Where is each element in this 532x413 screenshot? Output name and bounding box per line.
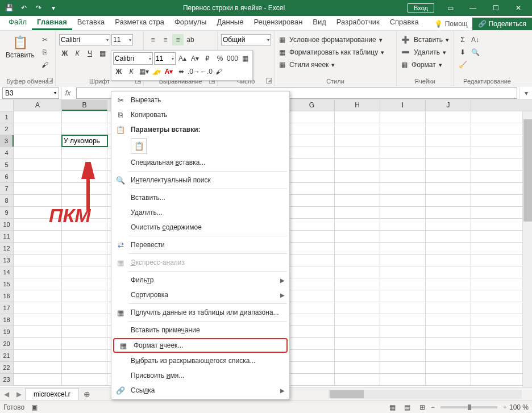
add-sheet-icon[interactable]: ⊕	[79, 390, 95, 399]
cell[interactable]	[335, 302, 380, 314]
cell[interactable]	[426, 326, 471, 337]
align-middle-icon[interactable]: ≡	[160, 34, 171, 45]
cell[interactable]	[289, 231, 335, 242]
cell[interactable]	[335, 207, 380, 218]
row-header[interactable]: 4	[0, 147, 14, 158]
cell[interactable]	[380, 159, 426, 170]
align-bottom-icon[interactable]: ≡	[172, 34, 184, 45]
cell[interactable]	[14, 326, 62, 337]
row-header[interactable]: 6	[0, 171, 14, 182]
cell[interactable]	[380, 302, 426, 314]
cut-icon[interactable]: ✂	[39, 34, 51, 45]
ctx-get-data[interactable]: ▦Получить данные из таблицы или диапазон…	[111, 305, 289, 320]
share-button[interactable]: 🔗Поделиться	[472, 18, 532, 30]
cell[interactable]	[14, 290, 62, 302]
cell[interactable]	[14, 302, 62, 314]
cell[interactable]	[426, 159, 471, 170]
cell[interactable]	[14, 123, 62, 135]
mini-size-combo[interactable]: 11▾	[154, 52, 176, 65]
row-header[interactable]: 16	[0, 290, 14, 302]
cell[interactable]	[335, 195, 380, 206]
cell[interactable]	[335, 171, 380, 182]
cell[interactable]	[62, 266, 107, 278]
row-header[interactable]: 1	[0, 111, 14, 123]
wrap-text-icon[interactable]: ab	[185, 34, 196, 45]
clipboard-dialog-icon[interactable]: ◢	[47, 78, 53, 84]
row-header[interactable]: 20	[0, 338, 14, 349]
cell[interactable]	[14, 362, 62, 373]
cell[interactable]	[380, 278, 426, 290]
cell[interactable]	[380, 219, 426, 230]
col-header-g[interactable]: G	[289, 100, 335, 111]
cell[interactable]	[335, 314, 380, 326]
maximize-icon[interactable]: ☐	[484, 0, 507, 16]
cell[interactable]	[335, 135, 380, 147]
bold-icon[interactable]: Ж	[59, 48, 70, 59]
cell[interactable]	[14, 147, 62, 158]
cell[interactable]	[335, 255, 380, 266]
ctx-translate[interactable]: ⇄Перевести	[111, 237, 289, 252]
cell[interactable]	[289, 171, 335, 182]
name-box[interactable]: B3▾	[2, 87, 59, 99]
cell[interactable]	[14, 159, 62, 170]
cell[interactable]	[289, 123, 335, 135]
number-dialog-icon[interactable]: ◢	[266, 78, 272, 84]
paste-default-button[interactable]: 📋	[131, 138, 147, 154]
cell[interactable]	[380, 123, 426, 135]
cell[interactable]	[380, 147, 426, 158]
cell[interactable]	[426, 207, 471, 218]
cell[interactable]	[62, 231, 107, 242]
mini-font-combo[interactable]: Calibri▾	[113, 52, 153, 65]
cell[interactable]	[62, 350, 107, 361]
sheet-tab[interactable]: microexcel.r	[25, 388, 79, 400]
font-size-combo[interactable]: 11▾	[111, 34, 133, 45]
cell[interactable]	[380, 135, 426, 147]
cell[interactable]	[380, 338, 426, 349]
cell[interactable]	[380, 266, 426, 278]
cell[interactable]	[289, 290, 335, 302]
cell[interactable]	[289, 255, 335, 266]
ctx-smart-lookup[interactable]: 🔍Интеллектуальный поиск	[111, 173, 289, 187]
row-header[interactable]: 5	[0, 159, 14, 170]
zoom-thumb[interactable]	[468, 404, 471, 410]
cell[interactable]	[380, 195, 426, 206]
cell[interactable]	[426, 374, 471, 385]
mini-fontcolor-icon[interactable]: A▾	[163, 66, 174, 77]
row-header[interactable]: 11	[0, 231, 14, 242]
cell[interactable]	[380, 326, 426, 337]
autosum-icon[interactable]: Σ	[457, 34, 468, 45]
col-header-h[interactable]: H	[335, 100, 380, 111]
cell[interactable]	[14, 135, 62, 147]
mini-grow-font-icon[interactable]: A▴	[177, 53, 188, 64]
number-format-combo[interactable]: Общий▾	[221, 34, 271, 45]
cell[interactable]	[426, 266, 471, 278]
cell[interactable]	[289, 147, 335, 158]
row-header[interactable]: 7	[0, 183, 14, 194]
cell[interactable]	[380, 290, 426, 302]
tell-me[interactable]: 💡Помощ	[430, 18, 472, 30]
tab-file[interactable]: Файл	[3, 15, 32, 30]
cell[interactable]	[335, 231, 380, 242]
underline-icon[interactable]: Ч	[84, 48, 95, 59]
mini-condfmt-icon[interactable]: ▦	[239, 53, 251, 64]
ctx-insert-comment[interactable]: Вставить примечание	[111, 323, 289, 337]
cell[interactable]	[335, 326, 380, 337]
copy-icon[interactable]: ⎘	[39, 47, 51, 58]
cell[interactable]	[335, 147, 380, 158]
ctx-pick-from-list[interactable]: Выбрать из раскрывающегося списка...	[111, 353, 289, 368]
vertical-scrollbar[interactable]	[522, 111, 532, 387]
row-header[interactable]: 17	[0, 302, 14, 314]
ctx-insert[interactable]: Вставить...	[111, 190, 289, 205]
mini-fill-icon[interactable]: ◢▾	[151, 66, 162, 77]
cell[interactable]	[426, 255, 471, 266]
cell[interactable]	[14, 350, 62, 361]
ctx-format-cells[interactable]: ▦Формат ячеек...	[113, 338, 288, 353]
cell[interactable]	[289, 302, 335, 314]
cell[interactable]	[62, 243, 107, 254]
cell[interactable]	[335, 111, 380, 123]
row-header[interactable]: 12	[0, 243, 14, 254]
ctx-link[interactable]: 🔗Ссылка▶	[111, 383, 289, 398]
cell[interactable]	[380, 171, 426, 182]
col-header-b[interactable]: B	[62, 100, 107, 111]
ribbon-options-icon[interactable]: ▭	[439, 0, 462, 16]
